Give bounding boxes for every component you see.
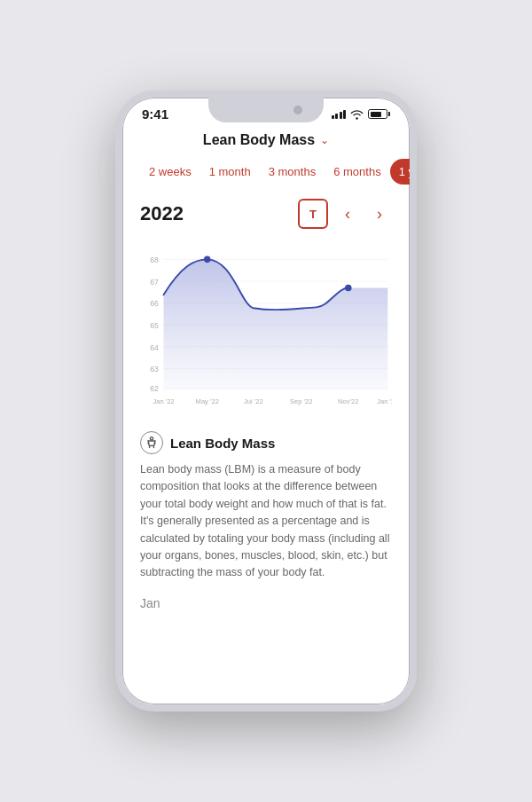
battery-icon [368,109,390,119]
svg-point-20 [150,437,153,440]
bottom-label: Jan [140,596,392,617]
year-label: 2022 [140,202,184,225]
description-text: Lean body mass (LBM) is a measure of bod… [140,461,392,582]
svg-text:65: 65 [150,321,159,330]
tab-1year[interactable]: 1 year [390,159,410,185]
svg-text:64: 64 [150,343,159,352]
svg-text:66: 66 [150,299,159,308]
svg-text:Nov'22: Nov'22 [338,397,358,405]
wifi-icon [350,109,364,120]
svg-text:68: 68 [150,256,159,264]
svg-text:Jan '22: Jan '22 [153,397,174,405]
svg-text:Jul '22: Jul '22 [244,397,263,405]
tab-2weeks[interactable]: 2 weeks [140,159,200,185]
notch [208,98,324,122]
dropdown-chevron-icon[interactable]: ⌄ [320,134,329,146]
svg-text:Sep '22: Sep '22 [290,397,312,405]
chart-svg: 68 67 66 65 64 63 62 [140,240,392,417]
svg-text:67: 67 [150,278,159,287]
chart-dot-may [204,256,211,263]
tab-6months[interactable]: 6 months [325,159,389,185]
description-title: Lean Body Mass [170,436,275,451]
phone-frame: 9:41 Lean Body Mass ⌄ [115,90,417,712]
page-title: Lean Body Mass [203,132,315,148]
svg-text:63: 63 [150,365,159,373]
year-row: 2022 T ‹ › [140,199,392,229]
tab-1month[interactable]: 1 month [200,159,260,185]
type-button[interactable]: T [298,199,328,229]
signal-icon [332,110,347,119]
svg-text:Jan '22: Jan '22 [377,397,392,405]
camera-dot [293,106,302,114]
prev-button[interactable]: ‹ [335,201,360,226]
tab-3months[interactable]: 3 months [260,159,325,185]
description-header: Lean Body Mass [140,431,392,454]
status-time: 9:41 [142,106,168,122]
chart-container: 68 67 66 65 64 63 62 [140,240,392,417]
next-button[interactable]: › [367,201,392,226]
status-icons [332,109,391,120]
year-controls: T ‹ › [298,199,392,229]
header: Lean Body Mass ⌄ [140,125,392,159]
screen: Lean Body Mass ⌄ 2 weeks 1 month 3 month… [122,125,410,700]
time-range-tabs: 2 weeks 1 month 3 months 6 months 1 year [140,159,392,185]
svg-text:May '22: May '22 [196,397,219,405]
chart-dot-nov [345,285,352,292]
body-composition-icon [140,431,163,454]
svg-text:62: 62 [150,384,159,393]
